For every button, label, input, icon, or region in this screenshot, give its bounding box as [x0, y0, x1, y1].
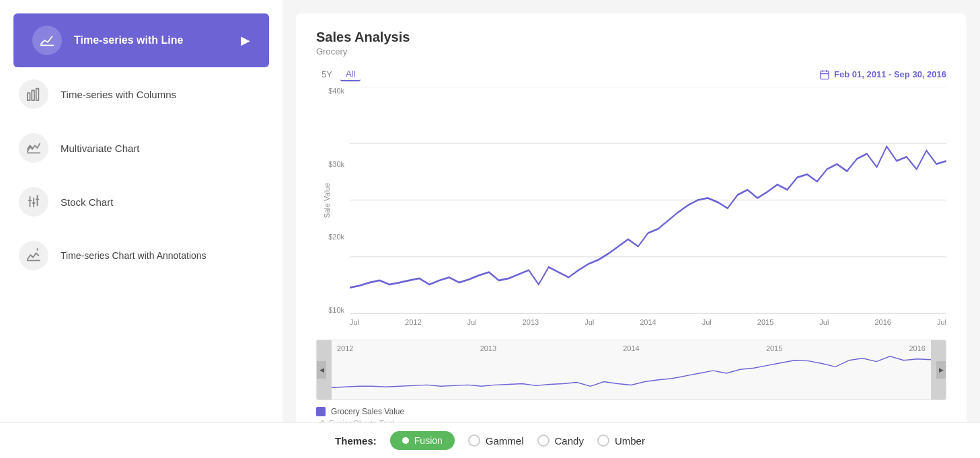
arrow-icon: ▶ — [241, 33, 250, 48]
chart-header: Sales Analysis Grocery — [316, 30, 946, 56]
chart-title: Sales Analysis — [316, 30, 946, 45]
time-btn-5y[interactable]: 5Y — [316, 67, 338, 81]
scroll-right-arrow[interactable]: ▶ — [936, 361, 946, 379]
legend-label: Grocery Sales Value — [331, 407, 404, 416]
sidebar-item-label: Stock Chart — [61, 196, 113, 208]
mini-chart-labels: 2012 2013 2014 2015 2016 — [337, 344, 926, 352]
main-chart-svg — [350, 87, 946, 314]
svg-rect-2 — [32, 91, 34, 101]
time-btn-all[interactable]: All — [340, 67, 361, 81]
sidebar-item-time-series-line[interactable]: Time-series with Line ▶ — [13, 13, 269, 67]
bar-chart-icon — [19, 79, 48, 109]
sidebar-item-label: Time-series with Columns — [61, 89, 176, 100]
time-controls: 5Y All Feb 01, 2011 - Sep 30, 2016 — [316, 67, 946, 81]
svg-rect-1 — [28, 93, 30, 100]
annotations-icon — [19, 241, 48, 270]
gammel-radio — [468, 434, 480, 447]
chart-area: $40k $30k $20k $10k Sale Value Jul — [316, 87, 946, 428]
theme-candy-label: Candy — [555, 435, 584, 447]
sidebar: Time-series with Line ▶ Time-series with… — [0, 0, 282, 458]
mini-chart[interactable]: 2012 2013 2014 2015 2016 ⋮ ⋮ ◀ ▶ — [316, 340, 946, 400]
stock-icon — [19, 187, 48, 217]
x-label-2013: 2013 — [523, 318, 539, 326]
line-chart-icon — [32, 26, 62, 55]
chart-subtitle: Grocery — [316, 46, 946, 56]
sidebar-item-label: Time-series Chart with Annotations — [61, 250, 206, 262]
x-label-2014: 2014 — [640, 318, 656, 326]
sidebar-item-label: Multivariate Chart — [61, 143, 140, 154]
calendar-icon — [819, 69, 830, 80]
date-range: Feb 01, 2011 - Sep 30, 2016 — [819, 69, 946, 80]
theme-fusion-button[interactable]: Fusion — [390, 431, 455, 450]
legend-color — [316, 407, 326, 416]
fusion-dot — [402, 437, 409, 444]
x-axis: Jul 2012 Jul 2013 Jul 2014 Jul 2015 Jul … — [350, 315, 946, 334]
legend: Grocery Sales Value — [316, 407, 946, 416]
umber-radio — [597, 434, 609, 447]
multivariate-icon — [19, 133, 48, 163]
theme-fusion-label: Fusion — [414, 435, 443, 446]
mini-chart-svg — [332, 354, 931, 393]
x-label-jul-2013: Jul — [585, 318, 594, 326]
sidebar-item-label: Time-series with Line — [74, 34, 183, 46]
y-axis: $40k $30k $20k $10k Sale Value — [316, 87, 350, 314]
x-label-2016: 2016 — [874, 318, 891, 326]
x-label-jul-2012: Jul — [467, 318, 477, 326]
x-label-jul-2016: Jul — [937, 318, 946, 326]
sidebar-item-annotations[interactable]: Time-series Chart with Annotations — [0, 229, 282, 282]
scroll-left-arrow[interactable]: ◀ — [317, 361, 326, 379]
theme-umber-label: Umber — [615, 435, 645, 447]
candy-radio — [537, 434, 550, 447]
y-label-30k: $30k — [328, 160, 344, 168]
svg-rect-14 — [821, 71, 829, 79]
themes-label: Themes: — [335, 435, 377, 447]
sidebar-item-stock-chart[interactable]: Stock Chart — [0, 175, 282, 229]
sidebar-item-multivariate[interactable]: Multivariate Chart — [0, 121, 282, 175]
theme-candy-option[interactable]: Candy — [537, 434, 584, 447]
svg-rect-3 — [36, 89, 39, 100]
y-label-40k: $40k — [328, 87, 344, 95]
y-label-10k: $10k — [328, 306, 344, 314]
theme-gammel-label: Gammel — [486, 435, 524, 447]
main-chart: $40k $30k $20k $10k Sale Value Jul — [316, 87, 946, 334]
x-label-jul-2014: Jul — [702, 318, 712, 326]
theme-gammel-option[interactable]: Gammel — [468, 434, 524, 447]
x-label-jul-2015: Jul — [819, 318, 829, 326]
y-axis-label: Sale Value — [323, 183, 331, 218]
sidebar-item-time-series-columns[interactable]: Time-series with Columns — [0, 67, 282, 121]
main-content: Sales Analysis Grocery 5Y All Feb 01, 20… — [296, 13, 967, 445]
themes-bar: Themes: Fusion Gammel Candy Umber — [0, 422, 980, 458]
time-buttons: 5Y All — [316, 67, 361, 81]
date-range-text: Feb 01, 2011 - Sep 30, 2016 — [834, 69, 946, 79]
x-label-jul-2011: Jul — [350, 318, 359, 326]
theme-umber-option[interactable]: Umber — [597, 434, 645, 447]
x-label-2012: 2012 — [405, 318, 421, 326]
x-label-2015: 2015 — [757, 318, 774, 326]
y-label-20k: $20k — [328, 233, 344, 241]
